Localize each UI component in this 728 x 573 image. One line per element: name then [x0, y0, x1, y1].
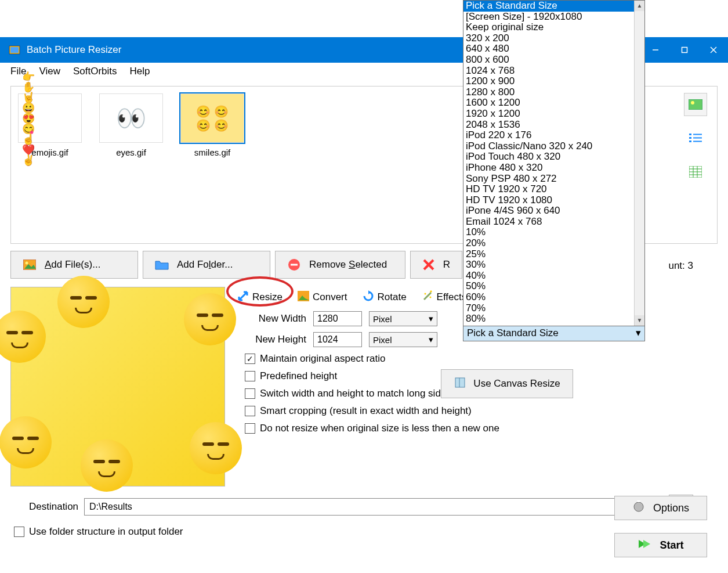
svg-point-21 — [691, 101, 694, 104]
tab-effects-label: Effects — [437, 291, 467, 303]
smart-crop-checkbox[interactable]: Smart cropping (result in exact width an… — [245, 405, 718, 417]
checkbox-icon — [245, 371, 255, 381]
window-title: Batch Picture Resizer — [27, 44, 121, 56]
options-button[interactable]: Options — [614, 496, 707, 520]
size-option[interactable]: 1280 x 800 — [463, 87, 644, 98]
wand-icon — [422, 290, 433, 305]
standard-size-combo[interactable]: Pick a Standard Size ▾ — [463, 326, 644, 341]
size-option[interactable]: 1920 x 1200 — [463, 109, 644, 120]
size-option[interactable]: HD TV 1920 x 1080 — [463, 195, 644, 206]
size-option[interactable]: HD TV 1920 x 720 — [463, 184, 644, 195]
destination-combo[interactable]: D:\Results ▾ — [84, 498, 657, 516]
tab-rotate-label: Rotate — [378, 291, 407, 303]
tab-resize[interactable]: Resize — [231, 287, 289, 308]
start-button[interactable]: Start — [614, 533, 707, 557]
width-unit-select[interactable]: Pixel▾ — [369, 311, 437, 326]
size-option[interactable]: 50% — [463, 281, 644, 292]
destination-value: D:\Results — [89, 502, 132, 512]
tab-convert[interactable]: Convert — [291, 288, 354, 307]
size-option[interactable]: 40% — [463, 271, 644, 282]
size-option[interactable]: iPone 4/4S 960 x 640 — [463, 206, 644, 217]
size-option[interactable]: iPod 220 x 176 — [463, 130, 644, 141]
use-canvas-resize-button[interactable]: Use Canvas Resize — [441, 369, 573, 398]
size-option[interactable]: 25% — [463, 249, 644, 260]
convert-icon — [298, 291, 309, 304]
size-option[interactable]: Keep original size — [463, 22, 644, 33]
view-details-button[interactable] — [684, 160, 707, 183]
size-option[interactable]: iPod Touch 480 x 320 — [463, 152, 644, 163]
checkbox-icon — [14, 527, 24, 537]
add-files-button[interactable]: Add File(s)... — [10, 251, 138, 279]
size-list[interactable]: Pick a Standard Size[Screen Size] - 1920… — [463, 1, 644, 326]
scrollbar[interactable]: ▲ ▼ — [634, 1, 644, 326]
no-upscale-label: Do not resize when original size is less… — [260, 423, 499, 434]
new-width-input[interactable] — [313, 311, 362, 326]
canvas-icon — [454, 376, 466, 392]
svg-rect-3 — [682, 48, 687, 53]
smart-crop-label: Smart cropping (result in exact width an… — [260, 405, 472, 417]
size-option[interactable]: iPod Classic/Nano 320 x 240 — [463, 141, 644, 152]
maximize-button[interactable] — [670, 37, 699, 63]
size-option[interactable]: [Screen Size] - 1920x1080 — [463, 12, 644, 23]
size-option[interactable]: Pick a Standard Size — [463, 1, 644, 12]
size-option[interactable]: 2048 x 1536 — [463, 120, 644, 131]
size-option[interactable]: 60% — [463, 292, 644, 303]
standard-size-dropdown[interactable]: Pick a Standard Size[Screen Size] - 1920… — [463, 0, 645, 341]
tab-convert-label: Convert — [313, 291, 347, 303]
remove-all-button[interactable]: R — [410, 251, 462, 279]
thumb-preview: 👉✋🤘😀😍😋☝️❤️✌️ — [18, 93, 82, 143]
x-icon — [422, 258, 435, 272]
size-option[interactable]: 80% — [463, 313, 644, 325]
add-files-label: dd File(s)... — [51, 259, 100, 270]
scroll-down-icon[interactable]: ▼ — [635, 315, 644, 326]
height-unit-select[interactable]: Pixel▾ — [369, 332, 437, 347]
minimize-button[interactable] — [641, 37, 670, 63]
svg-point-15 — [429, 296, 431, 298]
size-option[interactable]: 20% — [463, 238, 644, 249]
tab-rotate[interactable]: Rotate — [356, 287, 413, 308]
size-option[interactable]: 70% — [463, 303, 644, 314]
thumb-item[interactable]: 👉✋🤘😀😍😋☝️❤️✌️ emojis.gif — [18, 93, 82, 157]
thumb-preview: 😊 😊😊 😊 — [180, 93, 244, 143]
size-option[interactable]: 10% — [463, 227, 644, 238]
view-list-button[interactable] — [684, 127, 707, 150]
size-option[interactable]: 1200 x 900 — [463, 76, 644, 87]
size-option[interactable]: 320 x 200 — [463, 33, 644, 44]
view-thumbnails-button[interactable] — [684, 93, 707, 116]
rotate-icon — [363, 290, 374, 305]
no-upscale-checkbox[interactable]: Do not resize when original size is less… — [245, 423, 718, 434]
thumb-item[interactable]: 👀 eyes.gif — [99, 93, 163, 157]
size-option[interactable]: 1600 x 1200 — [463, 98, 644, 109]
menu-help[interactable]: Help — [124, 64, 156, 79]
size-option[interactable]: 30% — [463, 260, 644, 271]
size-option[interactable]: 800 x 600 — [463, 55, 644, 66]
use-folder-structure-checkbox[interactable]: Use folder structure in output folder — [14, 526, 183, 538]
thumb-preview: 👀 — [99, 93, 163, 143]
count-label: unt: 3 — [668, 260, 693, 272]
close-button[interactable] — [699, 37, 728, 63]
destination-label: Destination — [29, 501, 78, 513]
add-folder-button[interactable]: Add Folder... — [143, 251, 270, 279]
size-option[interactable]: Sony PSP 480 x 272 — [463, 174, 644, 185]
new-height-input[interactable] — [313, 332, 362, 347]
size-option[interactable]: iPhone 480 x 320 — [463, 163, 644, 174]
standard-size-value: Pick a Standard Size — [467, 328, 559, 339]
new-height-label: New Height — [231, 334, 306, 345]
checkbox-icon — [245, 388, 255, 399]
size-option[interactable]: 640 x 480 — [463, 44, 644, 55]
svg-rect-9 — [291, 264, 298, 266]
size-option[interactable]: 1024 x 768 — [463, 66, 644, 77]
svg-point-18 — [634, 502, 643, 511]
resize-icon — [237, 290, 249, 305]
size-option[interactable]: Email 1024 x 768 — [463, 217, 644, 228]
thumb-item-selected[interactable]: 😊 😊😊 😊 smiles.gif — [180, 93, 244, 157]
image-icon — [23, 258, 37, 272]
chevron-down-icon: ▾ — [429, 334, 433, 345]
scroll-up-icon[interactable]: ▲ — [635, 1, 644, 11]
start-label: Start — [660, 539, 683, 552]
maintain-aspect-checkbox[interactable]: ✓ Maintain original aspect ratio — [245, 353, 718, 365]
switch-wh-label: Switch width and height to match long si… — [260, 388, 451, 399]
thumb-label: smiles.gif — [194, 147, 231, 157]
remove-selected-button[interactable]: Remove Selected — [275, 251, 405, 279]
checkbox-icon — [245, 406, 255, 416]
